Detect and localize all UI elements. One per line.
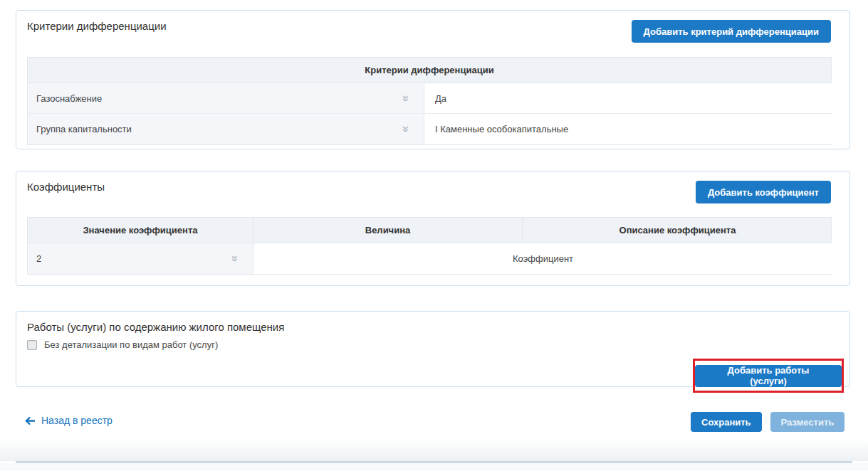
criteria-table: Критерии дифференциации Газоснабжение » … [27, 57, 832, 145]
back-link-label: Назад в реестр [41, 415, 113, 426]
column-header: Описание коэффициента [523, 218, 832, 243]
page-bottom-area [0, 463, 868, 471]
add-coefficient-button[interactable]: Добавить коэффициент [696, 181, 831, 203]
works-panel-title: Работы (услуги) по содержанию жилого пом… [27, 321, 284, 333]
back-to-registry-link[interactable]: Назад в реестр [25, 415, 113, 426]
table-row: 2 » Коэффициент [28, 243, 831, 274]
coefficients-panel: Коэффициенты Добавить коэффициент Значен… [16, 171, 850, 286]
table-row: Группа капитальности » I Каменные особок… [28, 114, 831, 144]
arrow-left-icon [25, 416, 36, 425]
criteria-panel-title: Критерии дифференциации [27, 20, 167, 32]
column-header: Значение коэффициента [28, 218, 253, 243]
chevron-double-down-icon[interactable]: » [400, 95, 412, 101]
coefficient-value: 2 [36, 253, 41, 264]
criteria-panel: Критерии дифференциации Добавить критери… [16, 10, 850, 149]
criteria-name-cell: Газоснабжение » [28, 83, 424, 113]
highlight-box-red: Добавить работы (услуги) [693, 359, 844, 393]
coefficients-table-header-row: Значение коэффициента Величина Описание … [28, 218, 831, 243]
no-detail-checkbox-label: Без детализации по видам работ (услуг) [44, 339, 218, 350]
criteria-name: Газоснабжение [36, 93, 102, 104]
coefficient-value-cell: 2 » [28, 243, 253, 274]
save-button[interactable]: Сохранить [691, 412, 762, 432]
footer-buttons: Сохранить Разместить [691, 412, 845, 432]
add-criteria-button[interactable]: Добавить критерий дифференциации [632, 20, 831, 43]
place-button[interactable]: Разместить [770, 412, 845, 432]
criteria-value-cell: I Каменные особокапитальные [424, 114, 832, 144]
chevron-double-down-icon[interactable]: » [229, 255, 241, 262]
criteria-name: Группа капитальности [36, 124, 132, 134]
page: Критерии дифференциации Добавить критери… [0, 0, 868, 471]
no-detail-checkbox[interactable] [27, 340, 37, 350]
criteria-table-header: Критерии дифференциации [28, 58, 831, 83]
coefficients-table: Значение коэффициента Величина Описание … [27, 217, 832, 275]
criteria-value: Да [435, 93, 446, 104]
chevron-double-down-icon[interactable]: » [400, 126, 412, 132]
page-bottom-gradient [0, 438, 868, 461]
coefficient-description-cell: Коэффициент [253, 243, 832, 274]
criteria-value-cell: Да [424, 83, 832, 113]
criteria-name-cell: Группа капитальности » [28, 114, 424, 144]
column-header: Величина [253, 218, 523, 243]
table-row: Газоснабжение » Да [28, 83, 831, 114]
no-detail-checkbox-row: Без детализации по видам работ (услуг) [27, 339, 218, 350]
add-works-button[interactable]: Добавить работы (услуги) [695, 365, 842, 387]
criteria-value: I Каменные особокапитальные [435, 124, 568, 134]
coefficient-description: Коэффициент [513, 253, 573, 264]
coefficients-panel-title: Коэффициенты [27, 181, 105, 193]
